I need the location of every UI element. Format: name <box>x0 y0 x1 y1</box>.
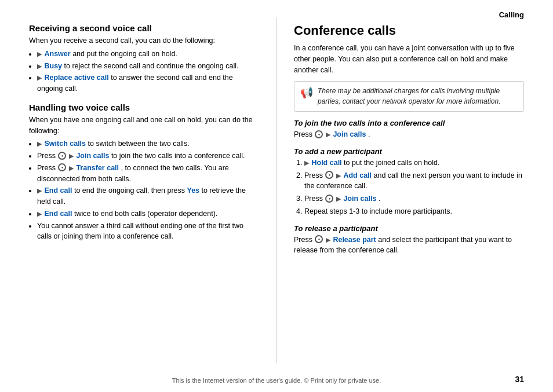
note-text: There may be additional charges for call… <box>318 86 518 107</box>
end-call2-link: End call <box>44 210 72 218</box>
list-item: ▶ End call twice to end both calls (oper… <box>37 208 259 219</box>
list-item: ▶ Replace active call to answer the seco… <box>37 72 259 94</box>
press-text: Press <box>37 152 57 160</box>
section2-intro: When you have one ongoing call and one c… <box>29 115 259 137</box>
circle-button-icon <box>58 152 66 160</box>
circle-button-icon <box>58 163 66 171</box>
list-item: Press ▶ Add call and call the next perso… <box>304 170 524 192</box>
list-item: ▶ Hold call to put the joined calls on h… <box>304 157 524 168</box>
arrow-icon: ▶ <box>37 139 42 149</box>
answer-link: Answer <box>44 50 70 58</box>
replace-link: Replace active call <box>44 74 108 82</box>
right-column: Conference calls In a conference call, y… <box>288 23 524 258</box>
text: to end the ongoing call, then press <box>74 186 187 195</box>
list-item: Press ▶ Join calls . <box>304 193 524 204</box>
text: to join the two calls into a conference … <box>111 152 245 160</box>
text: Repeat steps 1-3 to include more partici… <box>304 207 452 215</box>
arrow-icon: ▶ <box>326 130 330 140</box>
section1-bullets: ▶ Answer and put the ongoing call on hol… <box>37 49 259 94</box>
arrow-icon: ▶ <box>37 49 42 59</box>
period: . <box>368 130 370 138</box>
press-label: Press <box>294 130 314 138</box>
section2-bullets: ▶ Switch calls to switch between the two… <box>37 138 259 242</box>
column-divider <box>276 17 277 363</box>
text: to put the joined calls on hold. <box>344 159 439 167</box>
join-section-title: To join the two calls into a conference … <box>294 119 524 127</box>
arrow-icon: ▶ <box>304 158 309 168</box>
list-item: ▶ End call to end the ongoing call, then… <box>37 185 259 207</box>
text: to reject the second call and continue t… <box>64 62 239 70</box>
info-icon: 📢 <box>300 87 313 98</box>
list-item: Press ▶ Join calls to join the two calls… <box>37 151 259 162</box>
list-item: Repeat steps 1-3 to include more partici… <box>304 206 524 217</box>
section2-title: Handling two voice calls <box>29 102 259 112</box>
list-item: You cannot answer a third call without e… <box>37 221 259 243</box>
arrow-icon: ▶ <box>69 151 74 161</box>
circle-button-icon <box>315 130 323 138</box>
join-calls-link: Join calls <box>333 130 366 138</box>
list-item: ▶ Busy to reject the second call and con… <box>37 61 259 72</box>
arrow-icon: ▶ <box>37 61 42 71</box>
page-number: 31 <box>515 375 524 384</box>
left-column: Receiving a second voice call When you r… <box>29 23 265 258</box>
arrow-icon: ▶ <box>37 186 42 196</box>
end-call-link: End call <box>44 186 72 195</box>
conference-intro: In a conference call, you can have a joi… <box>294 43 524 75</box>
footer-text: This is the Internet version of the user… <box>0 377 553 384</box>
press-label: Press <box>294 236 314 244</box>
press-text: Press <box>304 195 325 203</box>
page: Calling Receiving a second voice call Wh… <box>0 0 553 392</box>
add-participant-title: To add a new participant <box>294 147 524 156</box>
transfer-link: Transfer call <box>76 164 119 172</box>
join-calls2-link: Join calls <box>343 195 376 203</box>
conference-calls-title: Conference calls <box>294 23 524 38</box>
arrow-icon: ▶ <box>37 209 42 219</box>
list-item: ▶ Switch calls to switch between the two… <box>37 138 259 149</box>
circle-button-icon <box>325 171 333 179</box>
section1-title: Receiving a second voice call <box>29 23 259 33</box>
arrow-icon: ▶ <box>336 194 341 204</box>
text: twice to end both calls (operator depend… <box>74 210 217 218</box>
press-text: Press <box>37 164 57 172</box>
arrow-icon: ▶ <box>326 235 330 245</box>
arrow-icon: ▶ <box>336 171 341 181</box>
list-item: ▶ Answer and put the ongoing call on hol… <box>37 49 259 60</box>
arrow-icon: ▶ <box>37 73 42 83</box>
period: . <box>379 195 380 203</box>
release-text: Press ▶ Release part and select the part… <box>294 235 524 257</box>
chapter-label: Calling <box>499 10 524 19</box>
text: You cannot answer a third call without e… <box>37 222 243 241</box>
release-title: To release a participant <box>294 224 524 233</box>
text: and put the ongoing call on hold. <box>72 50 177 58</box>
release-part-link: Release part <box>333 236 376 244</box>
note-box: 📢 There may be additional charges for ca… <box>294 81 524 112</box>
press-text: Press <box>304 171 325 179</box>
arrow-icon: ▶ <box>69 163 74 173</box>
section1-intro: When you receive a second call, you can … <box>29 35 259 46</box>
yes-link: Yes <box>187 186 200 195</box>
text: to switch between the two calls. <box>88 140 190 148</box>
add-call-link: Add call <box>343 171 372 179</box>
add-participant-steps: ▶ Hold call to put the joined calls on h… <box>304 157 524 217</box>
list-item: Press ▶ Transfer call , to connect the t… <box>37 163 259 185</box>
hold-call-link: Hold call <box>311 159 341 167</box>
busy-link: Busy <box>44 62 62 70</box>
join-calls-link: Join calls <box>76 152 109 160</box>
circle-button-icon <box>315 235 323 243</box>
join-section-text: Press ▶ Join calls . <box>294 129 524 140</box>
circle-button-icon <box>325 195 333 203</box>
switch-link: Switch calls <box>44 140 86 148</box>
